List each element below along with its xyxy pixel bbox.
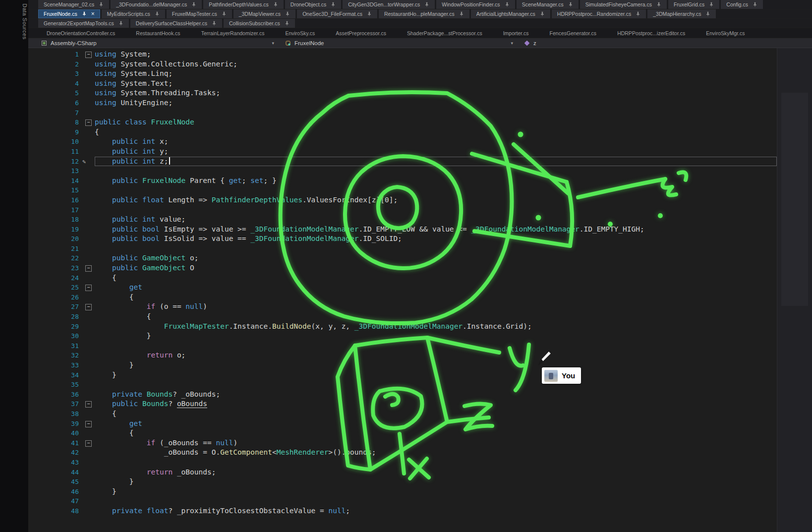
editor-tab[interactable]: WindowPositionFinder.cs [436, 0, 515, 9]
code-line[interactable]: 2using System.Collections.Generic; [28, 59, 777, 69]
code-line[interactable]: 15 [28, 185, 777, 195]
code-line[interactable]: 4using System.Text; [28, 79, 777, 89]
editor-tab[interactable]: _3DFoundatio...delManager.cs [111, 0, 202, 9]
code-line[interactable]: 18 public int value; [28, 215, 777, 225]
editor-tab[interactable]: TerrainLayerRandomizer.cs [193, 28, 273, 38]
code-line[interactable]: 31 [28, 341, 777, 351]
pin-icon[interactable] [222, 11, 227, 16]
fold-marker[interactable]: − [82, 399, 95, 409]
code-line[interactable]: 1−using System; [28, 50, 777, 59]
code-line[interactable]: 14 public FruxelNode Parent { get; set; … [28, 176, 777, 186]
type-dropdown[interactable]: FruxelNode ▾ [279, 38, 518, 48]
editor-tab[interactable]: _3DMapHierarchy.cs [647, 9, 716, 18]
editor-tab[interactable]: FencesGenerator.cs [541, 28, 605, 38]
editor-tab[interactable]: MyEditorScripts.cs [102, 9, 165, 18]
pin-icon[interactable] [656, 2, 661, 7]
code-lines[interactable]: 1−using System;2using System.Collections… [28, 48, 777, 532]
fold-marker[interactable]: − [82, 263, 95, 273]
code-line[interactable]: 25− get [28, 283, 777, 293]
pin-icon[interactable] [424, 2, 429, 7]
code-line[interactable]: 8−public class FruxelNode [28, 118, 777, 127]
fold-marker[interactable]: − [82, 118, 95, 127]
code-line[interactable]: 16 public float Length => PathfinderDept… [28, 195, 777, 205]
editor-tab[interactable]: PathfinderDepthValues.cs [203, 0, 284, 9]
editor-tab[interactable]: Generator2ExportMapTools.cs [38, 19, 129, 28]
code-line[interactable]: 34 } [28, 370, 777, 380]
code-line[interactable]: 7 [28, 108, 777, 118]
code-line[interactable]: 26 { [28, 293, 777, 302]
pin-icon[interactable] [285, 11, 290, 16]
project-dropdown[interactable]: Assembly-CSharp ▾ [28, 38, 279, 48]
pin-icon[interactable] [118, 21, 123, 26]
code-line[interactable]: 30 } [28, 331, 777, 341]
code-line[interactable]: 32 return o; [28, 351, 777, 360]
code-line[interactable]: 28 { [28, 312, 777, 322]
editor-tab[interactable]: SimulatedFisheyeCamera.cs [580, 0, 667, 9]
editor-tab[interactable]: Importer.cs [495, 28, 537, 38]
pin-icon[interactable] [753, 2, 757, 7]
pin-icon[interactable] [705, 11, 710, 16]
scrollbar-thumb[interactable] [781, 93, 808, 306]
code-line[interactable]: 44 return _oBounds; [28, 468, 777, 477]
pin-icon[interactable] [285, 21, 290, 26]
code-line[interactable]: 33 } [28, 360, 777, 370]
member-dropdown[interactable]: z [518, 38, 812, 48]
editor-tab[interactable]: Config.cs [721, 0, 763, 9]
pin-icon[interactable] [191, 2, 196, 7]
editor-tab[interactable]: HDRPPostproc...Randomizer.cs [552, 9, 646, 18]
pin-icon[interactable] [459, 11, 464, 16]
code-line[interactable]: 46 } [28, 487, 777, 497]
pin-icon[interactable] [709, 2, 714, 7]
fold-marker[interactable]: − [82, 438, 95, 448]
code-line[interactable]: 21 [28, 244, 777, 254]
editor-tab[interactable]: SceneManager.cs [517, 0, 579, 9]
code-line[interactable]: 41− if (_oBounds == null) [28, 438, 777, 448]
editor-tab[interactable]: FruxelNode.cs× [38, 9, 100, 18]
code-line[interactable]: 42 _oBounds = O.GetComponent<MeshRendere… [28, 448, 777, 458]
editor-tab[interactable]: ShaderPackage...stProcessor.cs [399, 28, 491, 38]
fold-marker[interactable]: − [82, 283, 95, 293]
code-line[interactable]: 9{ [28, 127, 777, 137]
editor-tab[interactable]: ArtificialLightsManager.cs [471, 9, 550, 18]
code-line[interactable]: 11 public int y; [28, 147, 777, 157]
editor-tab[interactable]: FruxelMapTester.cs [167, 9, 232, 18]
code-line[interactable]: 13 [28, 166, 777, 176]
editor-tab[interactable]: SceneManager_02.cs [38, 0, 109, 9]
code-line[interactable]: 24 { [28, 273, 777, 283]
pin-icon[interactable] [568, 2, 573, 7]
code-line[interactable]: 29 FruxelMapTester.Instance.BuildNode(x,… [28, 322, 777, 332]
editor-tab[interactable]: DroneOrientationController.cs [38, 28, 123, 38]
editor-tab[interactable]: RestaurantHook.cs [127, 28, 188, 38]
code-line[interactable]: 23− public GameObject O [28, 263, 777, 273]
code-line[interactable]: 22 public GameObject o; [28, 253, 777, 263]
data-sources-tab[interactable]: Data Sources [22, 3, 28, 40]
pin-icon[interactable] [636, 11, 640, 16]
editor-tab[interactable]: FruxelGrid.cs [668, 0, 719, 9]
editor-tab[interactable]: HDRPPostproc...izerEditor.cs [609, 28, 694, 38]
editor-tab[interactable]: RestaurantHo...pleManager.cs [379, 9, 469, 18]
code-line[interactable]: 38 { [28, 409, 777, 419]
editor-tab[interactable]: EnviroSkyMgr.cs [697, 28, 753, 38]
editor-tab[interactable]: CityGen3DGen...torWrapper.cs [343, 0, 435, 9]
editor-tab[interactable]: CollisionSubscriber.cs [224, 19, 295, 28]
code-line[interactable]: 37− public Bounds? oBounds [28, 399, 777, 409]
editor-tab[interactable]: DeliverySurfaceClassHelper.cs [130, 19, 222, 28]
code-line[interactable]: 19 public bool IsEmpty => value >= _3DFo… [28, 225, 777, 235]
code-line[interactable]: 36 private Bounds? _oBounds; [28, 390, 777, 400]
fold-marker[interactable]: − [82, 419, 95, 429]
code-line[interactable]: 3using System.Linq; [28, 69, 777, 79]
code-line[interactable]: 5using System.Threading.Tasks; [28, 88, 777, 98]
code-line[interactable]: 17 [28, 205, 777, 215]
pin-icon[interactable] [331, 2, 336, 7]
code-line[interactable]: 27− if (o == null) [28, 302, 777, 312]
code-line[interactable]: 43 [28, 458, 777, 468]
vertical-scrollbar[interactable] [777, 48, 812, 532]
editor-tab[interactable]: DroneObject.cs [285, 0, 341, 9]
fold-marker[interactable]: − [82, 302, 95, 312]
pin-icon[interactable] [155, 11, 160, 16]
editor-tab[interactable]: AssetPreprocessor.cs [327, 28, 395, 38]
pin-icon[interactable] [367, 11, 372, 16]
code-line[interactable]: 35 [28, 380, 777, 390]
pin-icon[interactable] [273, 2, 278, 7]
pin-icon[interactable] [540, 11, 545, 16]
